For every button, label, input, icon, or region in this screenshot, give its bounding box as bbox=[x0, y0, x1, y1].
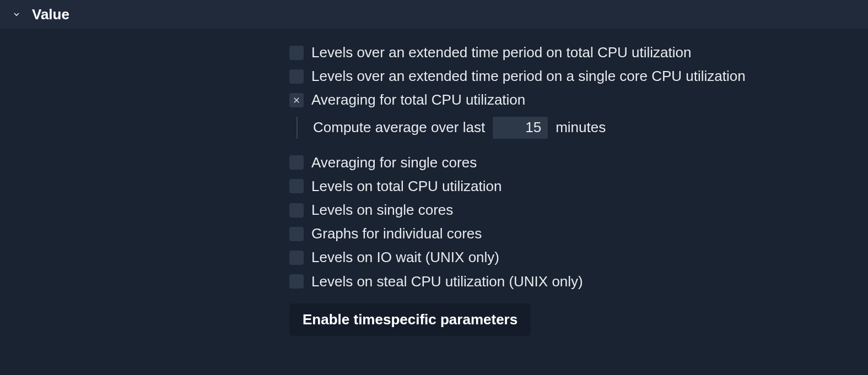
checkbox-levels-single[interactable] bbox=[289, 203, 304, 218]
option-levels-steal: Levels on steal CPU utilization (UNIX on… bbox=[289, 273, 868, 290]
checkbox-levels-steal[interactable] bbox=[289, 274, 304, 289]
avg-total-sub-suffix: minutes bbox=[556, 119, 606, 136]
value-content: Levels over an extended time period on t… bbox=[0, 29, 868, 336]
label-avg-total: Averaging for total CPU utilization bbox=[311, 91, 525, 108]
option-levels-single: Levels on single cores bbox=[289, 202, 868, 219]
enable-timespecific-button[interactable]: Enable timespecific parameters bbox=[289, 303, 531, 336]
label-avg-single: Averaging for single cores bbox=[311, 154, 477, 171]
checkbox-avg-total[interactable] bbox=[289, 93, 304, 107]
label-levels-total: Levels on total CPU utilization bbox=[311, 178, 502, 195]
close-icon bbox=[292, 96, 301, 105]
option-extended-single: Levels over an extended time period on a… bbox=[289, 68, 868, 85]
avg-total-minutes-input[interactable] bbox=[493, 117, 548, 139]
checkbox-extended-total[interactable] bbox=[289, 46, 304, 60]
checkbox-levels-iowait[interactable] bbox=[289, 251, 304, 265]
checkbox-graphs-individual[interactable] bbox=[289, 227, 304, 241]
option-levels-total: Levels on total CPU utilization bbox=[289, 178, 868, 195]
section-header[interactable]: Value bbox=[0, 0, 868, 29]
option-levels-iowait: Levels on IO wait (UNIX only) bbox=[289, 249, 868, 266]
label-extended-total: Levels over an extended time period on t… bbox=[311, 44, 691, 61]
avg-total-sub: Compute average over last minutes bbox=[296, 117, 868, 139]
checkbox-avg-single[interactable] bbox=[289, 155, 304, 170]
option-extended-total: Levels over an extended time period on t… bbox=[289, 44, 868, 61]
option-graphs-individual: Graphs for individual cores bbox=[289, 225, 868, 242]
label-levels-steal: Levels on steal CPU utilization (UNIX on… bbox=[311, 273, 583, 290]
section-title: Value bbox=[32, 6, 69, 23]
checkbox-levels-total[interactable] bbox=[289, 179, 304, 193]
option-avg-total: Averaging for total CPU utilization bbox=[289, 91, 868, 108]
option-avg-single: Averaging for single cores bbox=[289, 154, 868, 171]
checkbox-extended-single[interactable] bbox=[289, 69, 304, 84]
label-levels-single: Levels on single cores bbox=[311, 202, 453, 219]
label-levels-iowait: Levels on IO wait (UNIX only) bbox=[311, 249, 499, 266]
chevron-down-icon bbox=[11, 9, 22, 20]
label-extended-single: Levels over an extended time period on a… bbox=[311, 68, 746, 85]
label-graphs-individual: Graphs for individual cores bbox=[311, 225, 482, 242]
avg-total-sub-prefix: Compute average over last bbox=[313, 119, 485, 136]
